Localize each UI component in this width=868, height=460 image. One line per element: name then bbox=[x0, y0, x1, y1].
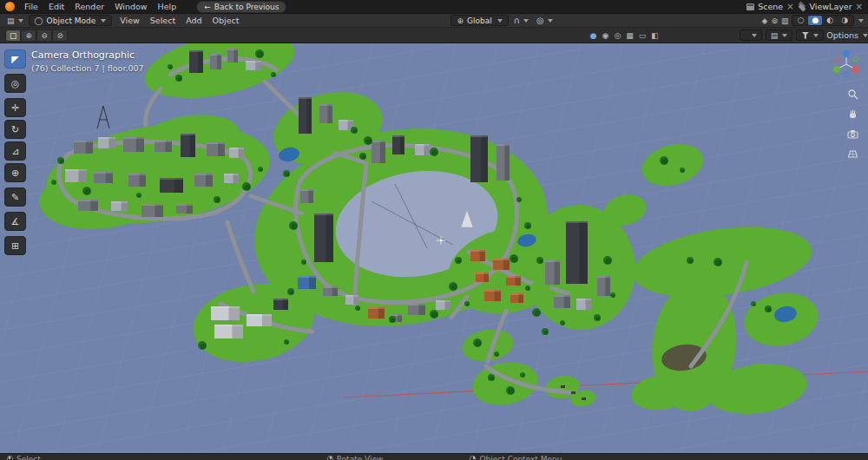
tree[interactable] bbox=[355, 306, 360, 311]
building[interactable] bbox=[194, 174, 213, 187]
viewport-3d[interactable]: ◤◎✛↻⊿⊕✎∡⊞ Camera Orthographic (76) Colle… bbox=[0, 43, 868, 453]
building[interactable] bbox=[408, 304, 425, 315]
building[interactable] bbox=[214, 325, 243, 338]
building[interactable] bbox=[372, 141, 385, 163]
island[interactable] bbox=[139, 43, 300, 110]
tree[interactable] bbox=[255, 49, 264, 58]
menu-edit[interactable]: Edit bbox=[43, 1, 69, 12]
tree[interactable] bbox=[610, 292, 615, 298]
unlink-scene-icon[interactable]: × bbox=[786, 3, 793, 11]
viewport-menu-view[interactable]: View bbox=[115, 15, 145, 26]
scene-canvas[interactable] bbox=[0, 43, 868, 453]
building[interactable] bbox=[506, 276, 521, 286]
building[interactable] bbox=[111, 201, 128, 211]
tree[interactable] bbox=[594, 314, 601, 321]
building[interactable] bbox=[229, 148, 244, 158]
building[interactable] bbox=[246, 61, 261, 70]
tree[interactable] bbox=[542, 328, 549, 335]
axis-y-ball[interactable] bbox=[833, 66, 840, 73]
show-gizmos-icon[interactable]: ◈ bbox=[762, 16, 768, 25]
toggle-xray-icon[interactable]: ▥ bbox=[781, 16, 789, 25]
shadow-visibility-icon[interactable]: ◧ bbox=[651, 31, 659, 40]
tool-extra-dropdown[interactable] bbox=[740, 30, 762, 41]
building[interactable] bbox=[368, 307, 385, 319]
building[interactable] bbox=[392, 135, 404, 154]
select-intersect-button[interactable]: ⊘ bbox=[52, 30, 68, 42]
screen-visibility-icon[interactable]: ▭ bbox=[639, 31, 647, 40]
tree[interactable] bbox=[258, 167, 263, 172]
tree[interactable] bbox=[271, 72, 276, 77]
tree[interactable] bbox=[289, 221, 298, 230]
island[interactable] bbox=[469, 358, 541, 410]
proportional-edit-toggle[interactable]: ◎ bbox=[534, 16, 556, 25]
radio-tower[interactable] bbox=[103, 106, 109, 128]
tree[interactable] bbox=[713, 258, 722, 266]
building[interactable] bbox=[74, 141, 93, 154]
viewport-menu-select[interactable]: Select bbox=[145, 15, 181, 26]
building[interactable] bbox=[224, 174, 239, 183]
menu-render[interactable]: Render bbox=[69, 1, 109, 12]
orientation-dropdown[interactable]: ⊕ Global bbox=[450, 15, 508, 26]
building[interactable] bbox=[78, 200, 98, 211]
building[interactable] bbox=[323, 286, 338, 296]
filter-dropdown[interactable] bbox=[796, 30, 824, 41]
tree[interactable] bbox=[430, 310, 438, 319]
building[interactable] bbox=[476, 273, 489, 282]
axis-neg-z-ball[interactable] bbox=[844, 72, 849, 77]
tree[interactable] bbox=[51, 180, 56, 185]
tree[interactable] bbox=[765, 306, 772, 312]
tree[interactable] bbox=[57, 157, 64, 164]
tree[interactable] bbox=[359, 153, 366, 160]
snap-toggle[interactable]: ∩ bbox=[511, 16, 531, 25]
remove-viewlayer-icon[interactable]: × bbox=[856, 3, 863, 11]
select-subtract-button[interactable]: ⊖ bbox=[36, 30, 52, 42]
building[interactable] bbox=[566, 221, 588, 284]
building[interactable] bbox=[470, 135, 488, 182]
scene-selector[interactable]: Scene × bbox=[758, 2, 793, 11]
display-mode-dropdown[interactable]: ▤ bbox=[766, 30, 793, 41]
tree[interactable] bbox=[680, 168, 685, 173]
tool-select-box[interactable]: ◤ bbox=[4, 49, 26, 69]
viewlayer-selector[interactable]: ViewLayer × bbox=[810, 2, 863, 11]
tree[interactable] bbox=[198, 341, 207, 350]
building[interactable] bbox=[189, 50, 203, 73]
building[interactable] bbox=[493, 259, 510, 270]
building[interactable] bbox=[123, 137, 144, 152]
tree[interactable] bbox=[516, 197, 522, 202]
building[interactable] bbox=[484, 290, 501, 301]
building[interactable] bbox=[176, 204, 193, 214]
menu-help[interactable]: Help bbox=[153, 1, 182, 12]
building[interactable] bbox=[314, 214, 333, 262]
rock[interactable] bbox=[561, 385, 565, 388]
building[interactable] bbox=[597, 276, 610, 296]
tree[interactable] bbox=[168, 64, 173, 69]
menu-file[interactable]: File bbox=[19, 1, 43, 12]
pan-hand-icon[interactable] bbox=[847, 108, 858, 120]
building[interactable] bbox=[554, 295, 570, 308]
tree[interactable] bbox=[520, 372, 525, 378]
building[interactable] bbox=[415, 144, 430, 155]
tree[interactable] bbox=[560, 320, 565, 325]
shading-rendered-icon[interactable]: ◑ bbox=[838, 16, 852, 25]
viewport-menu-object[interactable]: Object bbox=[207, 15, 245, 26]
building[interactable] bbox=[141, 204, 163, 217]
tool-measure[interactable]: ∡ bbox=[4, 212, 26, 231]
tree[interactable] bbox=[603, 256, 612, 265]
tree[interactable] bbox=[351, 127, 358, 134]
rock[interactable] bbox=[571, 391, 575, 394]
axis-neg-x-ball[interactable] bbox=[834, 56, 839, 62]
building[interactable] bbox=[300, 189, 313, 203]
viewport-menu-add[interactable]: Add bbox=[181, 15, 207, 26]
tree[interactable] bbox=[494, 352, 499, 357]
tool-move[interactable]: ✛ bbox=[4, 98, 26, 117]
solid-visibility-icon[interactable]: ◎ bbox=[614, 31, 621, 40]
building[interactable] bbox=[273, 299, 288, 310]
tool-rotate[interactable]: ↻ bbox=[4, 120, 26, 139]
options-button[interactable]: Options bbox=[826, 30, 868, 40]
building[interactable] bbox=[94, 172, 113, 183]
tool-scale[interactable]: ⊿ bbox=[4, 141, 26, 161]
tree[interactable] bbox=[536, 257, 543, 264]
tree[interactable] bbox=[455, 257, 462, 264]
building[interactable] bbox=[207, 142, 225, 156]
building[interactable] bbox=[345, 295, 358, 305]
